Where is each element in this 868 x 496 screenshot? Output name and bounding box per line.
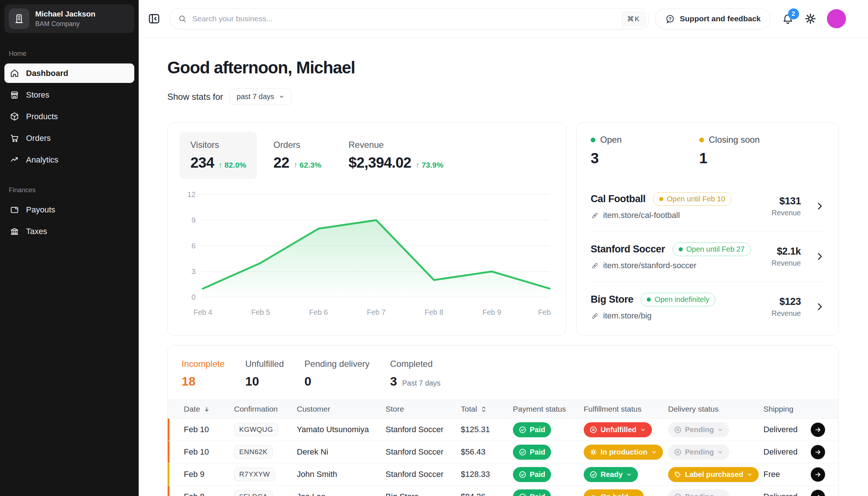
open-order-button[interactable]	[811, 423, 825, 437]
delivery-status-select[interactable]: Pending	[668, 489, 729, 496]
date-range-select[interactable]: past 7 days	[230, 88, 292, 105]
sidebar-item-payouts[interactable]: Payouts	[4, 200, 134, 219]
sidebar-item-stores[interactable]: Stores	[4, 85, 134, 105]
column-header-date[interactable]: Date	[184, 405, 234, 413]
order-shipping: Free	[763, 470, 805, 479]
tab-incomplete[interactable]: Incomplete 18	[182, 359, 225, 389]
sidebar-item-dashboard[interactable]: Dashboard	[4, 63, 134, 83]
store-url-link[interactable]: item.store/stanford-soccer	[591, 261, 772, 270]
user-company: BAM Company	[35, 20, 95, 28]
search-bar[interactable]: ⌘K	[169, 8, 649, 29]
tab-completed[interactable]: Completed 3 Past 7 days	[390, 359, 440, 389]
storefront-icon	[10, 90, 19, 100]
arrow-right-icon	[814, 471, 822, 478]
column-header-total[interactable]: Total	[461, 405, 513, 413]
link-icon	[591, 312, 599, 320]
store-row-stanford-soccer[interactable]: Stanford Soccer Open until Feb 27 item.s…	[591, 231, 824, 281]
svg-text:12: 12	[187, 190, 196, 198]
stat-tile-visitors[interactable]: Visitors 234 ↑ 82.0%	[179, 132, 257, 179]
chevron-right-icon	[815, 252, 824, 261]
table-row[interactable]: Feb 10 ENN62K Derek Ni Stanford Soccer $…	[168, 441, 838, 463]
order-shipping: Delivered	[763, 492, 805, 496]
open-order-button[interactable]	[811, 467, 825, 482]
page-title: Good afternoon, Michael	[167, 58, 839, 77]
orders-card: Incomplete 18 Unfulfilled 10 Pending del…	[167, 345, 839, 496]
delivery-status-select[interactable]: Pending	[668, 422, 729, 437]
support-feedback-button[interactable]: ? Support and feedback	[655, 8, 771, 29]
visitors-area-chart: 036912Feb 4Feb 5Feb 6Feb 7Feb 8Feb 9Feb …	[179, 189, 554, 318]
closing-soon-count: 1	[699, 150, 808, 167]
order-status-tabs: Incomplete 18 Unfulfilled 10 Pending del…	[168, 346, 838, 400]
table-row[interactable]: Feb 10 KGWQUG Yamato Utsunomiya Stanford…	[168, 419, 838, 441]
svg-text:Feb 10: Feb 10	[538, 308, 552, 316]
payment-status-badge: Paid	[513, 467, 551, 482]
svg-text:Feb 9: Feb 9	[482, 308, 501, 316]
home-icon	[10, 68, 19, 78]
stat-tile-revenue[interactable]: Revenue $2,394.02 ↑ 73.9%	[338, 132, 455, 179]
svg-text:Feb 6: Feb 6	[309, 308, 328, 316]
delivery-status-select[interactable]: Pending	[668, 445, 729, 460]
order-total: $84.26	[461, 492, 513, 496]
table-row[interactable]: Feb 8 6ELDCA Joe Lee Big Store $84.26 Pa…	[168, 486, 838, 496]
store-row-cal-football[interactable]: Cal Football Open until Feb 10 item.stor…	[591, 181, 824, 231]
fulfillment-status-select[interactable]: Ready	[584, 467, 638, 482]
open-stores-stat: Open 3	[591, 135, 699, 167]
fulfillment-status-select[interactable]: Unfulfilled	[584, 422, 652, 437]
store-row-big-store[interactable]: Big Store Open indefinitely item.store/b…	[591, 281, 824, 332]
up-arrow-icon: ↑	[416, 161, 422, 169]
store-status-badge: Open indefinitely	[641, 293, 715, 306]
x-circle-icon	[674, 426, 682, 434]
fulfillment-status-select[interactable]: On hold	[584, 489, 644, 496]
store-url-link[interactable]: item.store/cal-football	[591, 211, 772, 220]
svg-text:0: 0	[192, 293, 196, 301]
fulfillment-status-select[interactable]: In production	[584, 445, 663, 460]
notifications-button[interactable]: 2	[782, 13, 794, 25]
tab-unfulfilled[interactable]: Unfulfilled 10	[245, 359, 284, 389]
tab-pending-delivery[interactable]: Pending delivery 0	[304, 359, 369, 389]
stats-chart-card: Visitors 234 ↑ 82.0% Orders 22 ↑ 62.3%	[167, 123, 566, 336]
table-row[interactable]: Feb 9 R7YXYW John Smith Stanford Soccer …	[168, 463, 838, 486]
order-date: Feb 10	[184, 425, 234, 434]
settings-button[interactable]	[804, 12, 817, 25]
sidebar-item-analytics[interactable]: Analytics	[4, 150, 134, 169]
table-header: Date Confirmation Customer Store Total P…	[168, 400, 838, 419]
panel-collapse-icon	[147, 12, 161, 25]
table-body: Feb 10 KGWQUG Yamato Utsunomiya Stanford…	[168, 419, 838, 496]
user-name: Michael Jackson	[35, 10, 95, 18]
revenue-delta: ↑ 73.9%	[416, 161, 444, 169]
topbar: ⌘K ? Support and feedback 2	[139, 0, 868, 38]
sidebar-item-taxes[interactable]: Taxes	[4, 222, 134, 241]
chevron-down-icon	[651, 449, 657, 455]
sidebar-collapse-button[interactable]	[147, 12, 161, 25]
payment-status-badge: Paid	[513, 445, 551, 460]
user-avatar[interactable]	[827, 9, 846, 28]
chevron-right-icon	[815, 302, 824, 311]
package-icon	[10, 112, 19, 121]
confirmation-code: ENN62K	[234, 445, 273, 459]
order-store: Stanford Soccer	[386, 425, 461, 434]
order-store: Stanford Soccer	[386, 470, 461, 479]
check-circle-icon	[590, 471, 597, 478]
bank-icon	[10, 226, 19, 236]
column-header-customer: Customer	[297, 405, 386, 413]
open-order-button[interactable]	[811, 490, 825, 496]
column-header-fulfillment-status: Fulfillment status	[584, 405, 668, 413]
search-input[interactable]	[192, 14, 617, 23]
wallet-icon	[10, 205, 19, 215]
open-order-button[interactable]	[811, 445, 825, 459]
check-circle-icon	[519, 448, 526, 456]
sidebar: Michael Jackson BAM Company Home Dashboa…	[0, 0, 139, 496]
orders-value: 22	[273, 154, 289, 171]
store-url-link[interactable]: item.store/big	[591, 311, 772, 321]
account-switcher[interactable]: Michael Jackson BAM Company	[4, 4, 134, 33]
order-store: Stanford Soccer	[386, 447, 461, 457]
stat-tile-orders[interactable]: Orders 22 ↑ 62.3%	[262, 132, 332, 179]
sort-updown-icon	[480, 406, 487, 413]
sidebar-section-home: Home	[9, 50, 130, 58]
delivery-status-select[interactable]: Label purchased	[668, 467, 759, 482]
check-circle-icon	[519, 493, 526, 496]
sidebar-item-orders[interactable]: Orders	[4, 128, 134, 148]
chevron-right-icon	[815, 201, 824, 211]
column-header-confirmation: Confirmation	[234, 405, 297, 413]
sidebar-item-products[interactable]: Products	[4, 107, 134, 126]
